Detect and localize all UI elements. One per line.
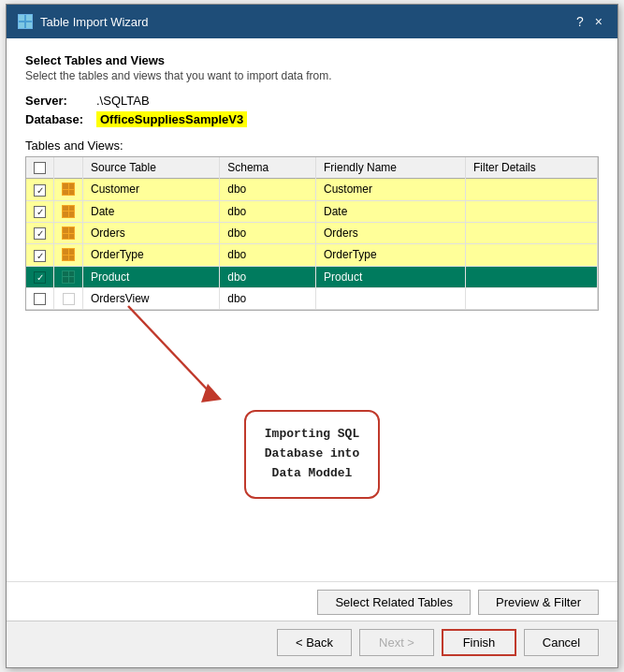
row-source[interactable]: OrderType [83,244,220,266]
db-label: Database: [25,112,91,126]
row-source[interactable]: Orders [83,222,220,243]
row-filter [466,287,598,309]
row-friendly[interactable]: Date [316,200,466,222]
row-filter [466,200,598,222]
bottom-row2: < Back Next > Finish Cancel [7,621,617,667]
row-checkbox[interactable]: ✓ [34,184,46,197]
row-schema: dbo [220,222,316,243]
close-button[interactable]: × [591,14,606,29]
back-button[interactable]: < Back [277,629,352,656]
row-icon-cell [54,244,83,266]
col-friendly: Friendly Name [316,157,466,179]
header-checkbox[interactable] [34,162,46,174]
row-icon-cell [54,200,83,222]
table-header-row: Source Table Schema Friendly Name Filter… [26,157,598,179]
svg-rect-0 [19,15,24,21]
row-checkbox-selected[interactable]: ✓ [34,271,46,284]
col-check [26,157,54,179]
row-checkbox-cell[interactable] [26,287,54,309]
svg-rect-1 [26,15,32,21]
row-checkbox-empty[interactable] [34,293,46,305]
select-related-btn[interactable]: Select Related Tables [317,590,471,615]
row-friendly[interactable]: Product [316,266,466,287]
tables-label: Tables and Views: [25,139,599,153]
svg-rect-2 [19,22,24,28]
title-bar-controls: ? × [573,14,606,29]
app-icon [18,14,33,29]
callout-arrow [63,301,231,414]
col-filter: Filter Details [466,157,598,179]
table-row: ✓ OrderType dbo OrderType [26,244,598,266]
table-row: ✓ Customer dbo Customer [26,179,598,200]
finish-button[interactable]: Finish [442,629,516,656]
row-friendly[interactable]: OrderType [316,244,466,266]
help-button[interactable]: ? [573,14,588,29]
server-label: Server: [25,94,91,108]
server-value: .\SQLTAB [96,94,150,108]
svg-line-4 [128,306,212,395]
row-checkbox-cell[interactable]: ✓ [26,200,54,222]
cancel-button[interactable]: Cancel [524,629,599,656]
svg-rect-3 [26,22,32,28]
table-icon-selected [62,270,75,284]
row-friendly[interactable]: Customer [316,179,466,200]
row-source[interactable]: Product [83,266,220,287]
row-icon-cell [54,222,83,243]
row-schema: dbo [220,179,316,200]
row-checkbox[interactable]: ✓ [34,227,46,240]
preview-filter-btn[interactable]: Preview & Filter [478,590,599,615]
row-filter [466,266,598,287]
row-filter [466,244,598,266]
row-source[interactable]: Date [83,200,220,222]
title-bar-left: Table Import Wizard [18,14,149,29]
callout-text: Importing SQLDatabase intoData Moddel [265,427,359,480]
server-row: Server: .\SQLTAB [25,94,599,108]
col-source: Source Table [83,157,220,179]
table-row-selected: ✓ Product dbo Product [26,266,598,287]
callout-area: Importing SQLDatabase intoData Moddel [25,311,599,570]
row-schema: dbo [220,200,316,222]
row-checkbox[interactable]: ✓ [34,206,46,218]
bottom-row1: Select Related Tables Preview & Filter [7,581,617,621]
tables-table: Source Table Schema Friendly Name Filter… [26,157,598,310]
col-icon [54,157,83,179]
row-checkbox-cell[interactable]: ✓ [26,179,54,200]
next-button[interactable]: Next > [359,629,434,656]
row-checkbox-cell[interactable]: ✓ [26,222,54,243]
row-checkbox[interactable]: ✓ [34,250,46,262]
dialog-window: Table Import Wizard ? × Select Tables an… [6,4,618,668]
table-icon [62,205,75,218]
dialog-content: Select Tables and Views Select the table… [7,38,617,581]
db-value: OfficeSuppliesSampleV3 [96,111,247,127]
callout-bubble: Importing SQLDatabase intoData Moddel [244,410,380,498]
section-subtitle: Select the tables and views that you wan… [25,69,599,82]
db-row: Database: OfficeSuppliesSampleV3 [25,111,599,127]
row-friendly [316,287,466,309]
row-filter [466,222,598,243]
row-schema: dbo [220,266,316,287]
tables-container: Source Table Schema Friendly Name Filter… [25,156,599,311]
row-icon-cell [54,179,83,200]
row-checkbox-cell[interactable]: ✓ [26,244,54,266]
row-checkbox-cell[interactable]: ✓ [26,266,54,287]
row-source[interactable]: Customer [83,179,220,200]
section-title: Select Tables and Views [25,53,599,67]
table-icon [62,226,75,240]
table-icon [62,248,75,261]
title-bar: Table Import Wizard ? × [7,5,617,38]
table-icon [62,183,75,196]
row-schema: dbo [220,244,316,266]
row-schema: dbo [220,287,316,309]
table-row: ✓ Date dbo Date [26,200,598,222]
table-row: ✓ Orders dbo Orders [26,222,598,243]
dialog-title: Table Import Wizard [40,15,149,29]
row-icon-cell [54,266,83,287]
row-friendly[interactable]: Orders [316,222,466,243]
row-filter [466,179,598,200]
col-schema: Schema [220,157,316,179]
